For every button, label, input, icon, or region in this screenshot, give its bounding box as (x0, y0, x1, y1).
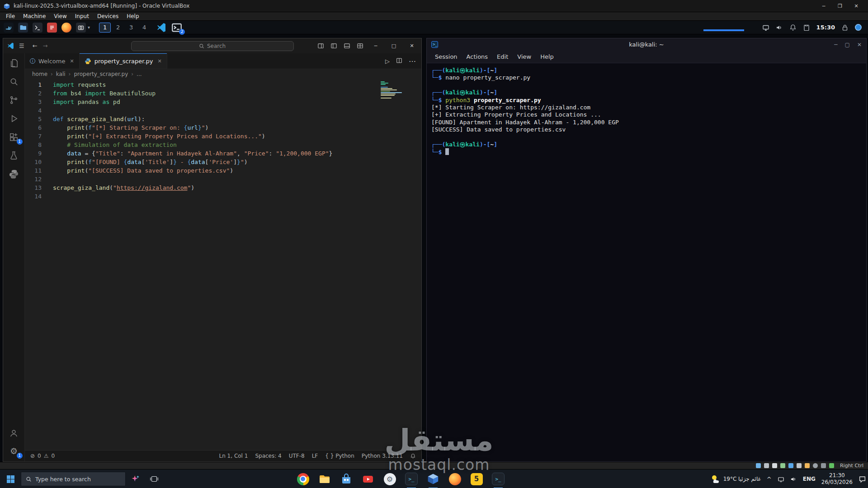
taskbar-clock[interactable]: 21:30 26/03/2026 (821, 472, 853, 486)
terminal-emulator-icon[interactable] (33, 23, 42, 33)
terminal-task-icon[interactable]: 2 (171, 22, 182, 33)
search-icon[interactable] (8, 75, 20, 87)
vm-audio-icon[interactable] (780, 463, 785, 468)
layout-control-dropdown-icon[interactable] (317, 42, 324, 49)
eol-sequence[interactable]: LF (312, 453, 318, 459)
testing-icon[interactable] (8, 150, 20, 161)
chrome-icon[interactable] (296, 472, 310, 486)
task-view-icon[interactable] (145, 469, 164, 488)
more-actions-icon[interactable]: ⋯ (409, 57, 416, 66)
terminal-app-icon-2[interactable]: >_ (491, 472, 505, 486)
breadcrumb-item[interactable]: property_scraper.py (66, 71, 128, 77)
vscode-maximize-button[interactable]: □ (388, 43, 400, 49)
run-python-file-button[interactable]: ▷ (385, 58, 390, 65)
close-button[interactable]: ✕ (848, 0, 864, 12)
copilot-sparkle-icon[interactable] (126, 469, 145, 488)
notifications-bell-icon[interactable] (410, 453, 416, 459)
account-icon[interactable] (8, 427, 20, 439)
terminal-maximize-button[interactable]: ▢ (845, 42, 850, 48)
toggle-sidebar-icon[interactable] (330, 42, 337, 49)
menu-item[interactable]: Input (71, 13, 93, 19)
code-line-14[interactable]: 14 (25, 192, 421, 201)
code-line-2[interactable]: 2from bs4 import BeautifulSoup (25, 89, 421, 98)
workspace-4[interactable]: 4 (138, 23, 150, 33)
breadcrumb-item[interactable]: home (32, 71, 47, 77)
menu-item[interactable]: Help (123, 13, 143, 19)
encoding[interactable]: UTF-8 (289, 453, 305, 459)
volume-icon[interactable] (776, 24, 783, 31)
terminal-close-button[interactable]: ✕ (857, 42, 862, 48)
settings-gear-icon[interactable]: ⚙ (383, 472, 396, 486)
hamburger-menu-icon[interactable]: ☰ (19, 42, 24, 49)
workspace-3[interactable]: 3 (125, 23, 137, 33)
vscode-minimize-button[interactable]: ─ (370, 43, 382, 49)
menu-item[interactable]: Machine (19, 13, 50, 19)
vm-network-icon[interactable] (788, 463, 793, 468)
terminal-menu-item[interactable]: Session (430, 53, 462, 60)
close-tab-icon[interactable]: ✕ (70, 58, 74, 64)
display-icon[interactable] (762, 24, 769, 31)
vm-display-icon[interactable] (756, 463, 761, 468)
screenshot-tool-icon[interactable] (76, 23, 86, 33)
tray-volume-icon[interactable] (790, 476, 797, 483)
file-manager-icon[interactable] (18, 23, 28, 33)
breadcrumb-item[interactable]: ... (128, 71, 142, 77)
customize-layout-icon[interactable] (357, 42, 363, 49)
terminal-app-icon-1[interactable]: >_ (405, 472, 418, 486)
code-line-5[interactable]: 5def scrape_giza_land(url): (25, 115, 421, 123)
vm-optical-disk-icon[interactable] (772, 463, 777, 468)
source-control-icon[interactable] (8, 94, 20, 106)
tab-property-scraper[interactable]: property_scraper.py ✕ (80, 53, 167, 69)
weather-widget[interactable]: 19°C غائم جزئيا (710, 474, 761, 484)
code-line-13[interactable]: 13scrape_giza_land("https://gizaland.com… (25, 183, 421, 192)
vm-hdd-icon[interactable] (764, 463, 769, 468)
virtualbox-icon[interactable] (426, 472, 440, 486)
clipboard-icon[interactable] (803, 24, 810, 31)
firefox-icon[interactable] (448, 472, 462, 486)
tab-welcome[interactable]: i Welcome ✕ (25, 53, 80, 69)
tray-network-icon[interactable] (778, 476, 784, 483)
vm-recording-icon[interactable] (813, 463, 818, 468)
code-line-6[interactable]: 6 print(f"[*] Starting Scraper on: {url}… (25, 123, 421, 132)
minimize-button[interactable]: ─ (816, 0, 832, 12)
action-center-icon[interactable] (859, 475, 866, 483)
code-line-8[interactable]: 8 # Simulation of data extraction (25, 141, 421, 149)
vscode-close-button[interactable]: ✕ (406, 43, 418, 49)
code-line-3[interactable]: 3import pandas as pd (25, 98, 421, 106)
back-arrow-icon[interactable]: ← (33, 42, 38, 49)
breadcrumb[interactable]: homekaliproperty_scraper.py... (25, 69, 421, 79)
forward-arrow-icon[interactable]: → (43, 42, 48, 49)
vm-shared-folders-icon[interactable] (805, 463, 810, 468)
language-indicator[interactable]: ENG (803, 476, 816, 482)
code-line-9[interactable]: 9 data = {"Title": "Apartment in Hadayek… (25, 149, 421, 158)
code-editor[interactable]: 1import requests2from bs4 import Beautif… (25, 79, 421, 450)
close-tab-icon[interactable]: ✕ (158, 58, 162, 64)
code-line-7[interactable]: 7 print("[+] Extracting Property Prices … (25, 132, 421, 141)
vm-keyboard-capture-icon[interactable] (829, 463, 834, 468)
maximize-button[interactable]: ❐ (832, 0, 848, 12)
code-line-10[interactable]: 10 print(f"[FOUND] {data['Title']} - {da… (25, 158, 421, 166)
kali-status-icon[interactable] (855, 24, 862, 31)
menu-item[interactable]: File (2, 13, 19, 19)
code-line-4[interactable]: 4 (25, 106, 421, 115)
code-line-11[interactable]: 11 print("[SUCCESS] Data saved to proper… (25, 166, 421, 175)
toggle-panel-icon[interactable] (344, 42, 350, 49)
vscode-task-icon[interactable] (156, 22, 167, 33)
run-debug-icon[interactable] (8, 113, 20, 124)
file-explorer-icon[interactable] (318, 472, 331, 486)
text-editor-icon[interactable] (47, 23, 57, 33)
firefox-icon[interactable] (61, 23, 71, 33)
panel-clock[interactable]: 15:30 (816, 24, 835, 31)
terminal-menu-item[interactable]: Actions (462, 53, 493, 60)
code-line-1[interactable]: 1import requests (25, 80, 421, 89)
language-mode[interactable]: { } Python (325, 453, 354, 459)
python-view-icon[interactable] (8, 168, 20, 180)
menu-item[interactable]: Devices (93, 13, 123, 19)
start-button[interactable] (0, 469, 21, 488)
cursor-position[interactable]: Ln 1, Col 1 (219, 453, 248, 459)
taskbar-search-input[interactable]: Type here to search (21, 472, 126, 486)
python-interpreter[interactable]: Python 3.13.11 (362, 453, 403, 459)
minimap[interactable] (381, 81, 415, 100)
kali-menu-icon[interactable] (4, 23, 14, 33)
workspace-1[interactable]: 1 (99, 23, 111, 33)
